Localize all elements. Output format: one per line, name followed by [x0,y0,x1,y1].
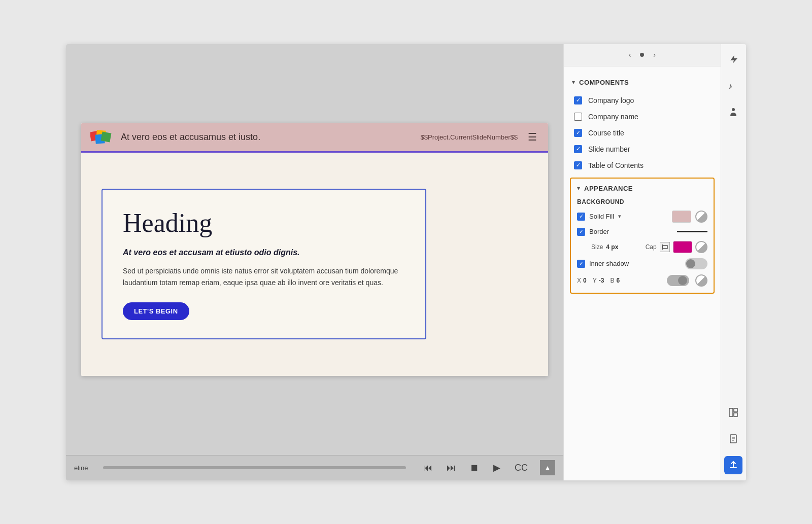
course-title-checkbox[interactable] [574,129,582,137]
component-item-course-title: Course title [564,125,721,141]
svg-rect-3 [101,132,112,143]
timeline-label: eline [74,464,88,472]
border-opacity-button[interactable] [695,241,707,253]
play-button[interactable]: ▶ [491,460,502,475]
x-value: 0 [583,277,587,284]
document-icon-button[interactable] [724,430,742,448]
panel-content: ▾ COMPONENTS Company logo Company name C… [564,66,721,480]
svg-text:♪: ♪ [728,82,732,90]
y-group: Y -3 [593,277,604,284]
inner-shadow-toggle[interactable] [685,258,707,269]
inner-shadow-checkbox[interactable] [577,260,585,268]
x-group: X 0 [577,277,587,284]
slide-header: At vero eos et accusamus et iusto. $$Pro… [81,123,548,153]
b-value: 6 [616,277,620,284]
solid-fill-label: Solid Fill [589,213,614,220]
timeline-bar[interactable] [103,466,406,469]
border-color-swatch[interactable] [673,241,692,253]
inner-shadow-row: Inner shadow [577,258,707,269]
cc-button[interactable]: CC [513,461,530,475]
toc-label: Table of Contents [588,161,644,169]
components-section-header: ▾ COMPONENTS [564,75,721,92]
nav-dot [640,53,644,57]
shadow-opacity-toggle[interactable] [667,275,689,286]
appearance-header: ▾ APPEARANCE [577,185,707,192]
stop-button[interactable]: ⏹ [468,461,481,475]
company-logo-label: Company logo [588,96,634,104]
size-row: Size 4 px Cap [577,241,707,253]
x-label: X [577,277,581,284]
xyz-row: X 0 Y -3 B 6 [577,274,707,287]
size-label: Size [591,243,603,251]
scroll-up-button[interactable]: ▲ [540,460,555,475]
cap-icon[interactable] [660,242,670,252]
toc-checkbox[interactable] [574,161,582,169]
inner-shadow-label: Inner shadow [589,260,681,267]
appearance-section: ▾ APPEARANCE BACKGROUND Solid Fill ▾ Bor [570,178,715,294]
toggle-knob [686,259,695,268]
components-chevron[interactable]: ▾ [572,79,575,86]
b-group: B 6 [610,277,620,284]
svg-rect-10 [734,413,737,416]
menu-icon[interactable]: ☰ [526,129,539,145]
slide-variable: $$Project.CurrentSlideNumber$$ [421,133,518,141]
slide-number-label: Slide number [588,145,630,153]
svg-rect-4 [662,246,667,249]
music-icon-button[interactable]: ♪ [724,77,742,95]
component-item-toc: Table of Contents [564,157,721,173]
solid-fill-checkbox[interactable] [577,213,585,221]
b-label: B [610,277,614,284]
bg-color-swatch[interactable] [672,211,691,223]
icon-panel: ♪ [721,44,746,480]
company-name-label: Company name [588,113,638,121]
size-value: 4 px [606,243,618,251]
panel-nav: ‹ › [564,44,721,66]
slide-body: Heading At vero eos et accusam at etiust… [81,153,548,376]
components-section-title: COMPONENTS [579,79,629,86]
cap-label: Cap [646,243,657,251]
share-button[interactable] [724,456,742,474]
bg-opacity-button[interactable] [695,211,707,223]
company-logo-checkbox[interactable] [574,96,582,104]
company-logo-icon [90,127,113,147]
border-line-preview [677,231,707,232]
slide-number-checkbox[interactable] [574,145,582,153]
shadow-toggle-knob [678,276,687,285]
nav-prev-arrow[interactable]: ‹ [626,49,634,61]
slide-header-title: At vero eos et accusamus et iusto. [121,132,421,143]
rewind-button[interactable]: ⏮ [421,461,434,475]
right-panel: ‹ › ▾ COMPONENTS Company logo Company na… [563,44,721,480]
slide-container: At vero eos et accusamus et iusto. $$Pro… [81,123,548,376]
border-label: Border [589,228,673,235]
bottom-controls: eline ⏮ ⏭ ⏹ ▶ CC ▲ [66,455,563,480]
svg-rect-8 [729,408,733,416]
border-checkbox[interactable] [577,228,585,236]
y-value: -3 [599,277,604,284]
appearance-chevron[interactable]: ▾ [577,185,580,192]
component-item-company-logo: Company logo [564,92,721,109]
slide-heading: Heading [123,208,405,238]
component-item-company-name: Company name [564,109,721,125]
border-row: Border [577,228,707,236]
lightning-icon-button[interactable] [724,50,742,68]
appearance-section-title: APPEARANCE [584,185,633,192]
slide-subtitle: At vero eos et accusam at etiusto odio d… [123,248,405,257]
step-back-button[interactable]: ⏭ [445,461,458,475]
solid-fill-dropdown[interactable]: ▾ [618,213,621,220]
course-title-label: Course title [588,129,624,137]
solid-fill-row: Solid Fill ▾ [577,211,707,223]
content-card: Heading At vero eos et accusam at etiust… [101,189,426,339]
shadow-opacity-button[interactable] [695,274,707,287]
svg-rect-9 [734,408,737,412]
component-item-slide-number: Slide number [564,141,721,157]
company-name-checkbox[interactable] [574,113,582,121]
svg-point-7 [732,108,735,111]
slide-body-text: Sed ut perspiciatis unde omnis iste natu… [123,265,405,288]
layout-icon-button[interactable] [724,403,742,422]
person-icon-button[interactable] [724,103,742,121]
begin-button[interactable]: LET'S BEGIN [123,302,189,320]
nav-next-arrow[interactable]: › [650,49,659,61]
y-label: Y [593,277,597,284]
background-label: BACKGROUND [577,198,707,205]
